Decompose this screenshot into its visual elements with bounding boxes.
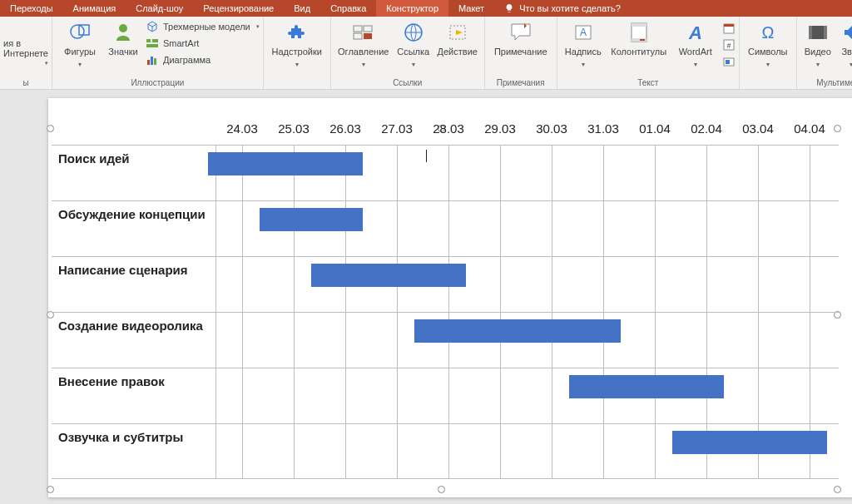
wordart-label: WordArt (679, 47, 712, 57)
omega-icon: Ω (755, 20, 780, 45)
textbox-label: Надпись (565, 47, 602, 57)
video-button[interactable]: Видео ▾ (800, 18, 835, 70)
slide[interactable]: 24.0325.0326.0327.0328.0329.0330.0331.03… (48, 98, 852, 497)
gantt-gridline (810, 201, 810, 256)
selection-handle[interactable] (47, 486, 54, 493)
svg-rect-5 (147, 60, 150, 65)
shapes-label: Фигуры (64, 47, 96, 57)
gantt-date: 01.04 (629, 121, 681, 145)
svg-rect-9 (364, 26, 372, 32)
gantt-chart[interactable]: 24.0325.0326.0327.0328.0329.0330.0331.03… (52, 121, 839, 479)
gantt-row: Создание видеоролика (52, 312, 839, 368)
icons-button[interactable]: Значки (104, 18, 142, 57)
gantt-gridline (242, 368, 243, 423)
tab-help[interactable]: Справка (320, 0, 376, 17)
smartart-button[interactable]: SmartArt (146, 37, 260, 50)
gantt-bar[interactable] (260, 208, 363, 231)
audio-label: Звук (841, 47, 852, 57)
audio-button[interactable]: Звук ▾ (835, 18, 852, 70)
icons-label: Значки (108, 47, 137, 57)
date-button[interactable] (722, 22, 736, 35)
comment-label: Примечание (494, 47, 547, 57)
zoom-label: Оглавление (338, 47, 389, 57)
tab-transitions[interactable]: Переходы (0, 0, 63, 17)
gantt-gridline (706, 313, 707, 368)
chevron-down-icon: ▾ (766, 59, 770, 70)
symbol-label: Символы (748, 47, 788, 57)
gantt-row: Озвучка и субтитры (52, 423, 839, 479)
shapes-button[interactable]: Фигуры ▾ (56, 18, 104, 70)
models-label: Трехмерные модели (163, 22, 250, 32)
tab-slideshow[interactable]: Слайд-шоу (126, 0, 193, 17)
gantt-bar[interactable] (208, 152, 363, 175)
cube-icon (146, 20, 159, 33)
gantt-bar[interactable] (414, 319, 621, 343)
gantt-gridline (397, 368, 398, 423)
action-button[interactable]: Действие (434, 18, 481, 57)
svg-rect-30 (824, 26, 827, 39)
slidenum-button[interactable]: # (722, 38, 736, 52)
selection-handle[interactable] (438, 486, 445, 493)
ribbon-group-truncated: ия в Интернете ▾ ы (0, 17, 52, 89)
symbol-button[interactable]: Ω Символы ▾ (743, 18, 793, 70)
gantt-gridline (758, 368, 759, 423)
tab-review[interactable]: Рецензирование (193, 0, 284, 17)
headerfooter-button[interactable]: Колонтитулы (606, 18, 672, 57)
tab-animations[interactable]: Анимация (63, 0, 126, 17)
group-label-comments: Примечания (488, 77, 553, 89)
zoom-button[interactable]: Оглавление ▾ (334, 18, 393, 70)
gantt-date: 03.04 (732, 121, 784, 145)
gantt-gridline (448, 424, 449, 478)
gantt-gridline (706, 146, 707, 200)
gantt-gridline (758, 257, 759, 312)
svg-text:Ω: Ω (761, 23, 774, 42)
tell-me-label: Что вы хотите сделать? (519, 3, 621, 13)
hash-icon: # (722, 38, 736, 52)
svg-text:A: A (580, 27, 587, 38)
comment-button[interactable]: Примечание (488, 18, 553, 57)
gantt-bar[interactable] (672, 431, 827, 454)
gantt-row: Обсуждение концепции (52, 200, 839, 256)
object-icon (722, 55, 736, 68)
svg-rect-8 (354, 26, 362, 32)
addins-label: Надстройки (272, 47, 322, 57)
link-button[interactable]: Ссылка ▾ (393, 18, 434, 70)
models-button[interactable]: Трехмерные модели ▾ (146, 20, 260, 33)
svg-rect-10 (354, 33, 362, 39)
gantt-date: 30.03 (526, 121, 577, 145)
textbox-button[interactable]: A Надпись ▾ (561, 18, 606, 70)
svg-rect-26 (726, 60, 730, 64)
gantt-date: 28.03 (423, 121, 474, 145)
gantt-gridline (552, 368, 552, 423)
addins-button[interactable]: Надстройки ▾ (267, 18, 327, 70)
gantt-bar[interactable] (569, 375, 724, 398)
smartart-label: SmartArt (163, 38, 199, 48)
chevron-down-icon: ▾ (295, 59, 299, 70)
tab-layout[interactable]: Макет (448, 0, 494, 17)
tab-view[interactable]: Вид (284, 0, 320, 17)
gantt-gridline (655, 424, 656, 478)
tab-design[interactable]: Конструктор (376, 0, 448, 17)
gantt-gridline (294, 313, 295, 368)
gantt-gridline (397, 201, 398, 256)
truncated-label[interactable]: ия в Интернете (3, 38, 48, 58)
gantt-gridline (810, 257, 810, 312)
ribbon-group-addins: Надстройки ▾ (264, 17, 331, 89)
object-button[interactable] (722, 55, 736, 68)
comment-icon (508, 20, 533, 45)
gantt-gridline (810, 368, 810, 423)
wordart-button[interactable]: A WordArt ▾ (672, 18, 719, 70)
ribbon-group-links: Оглавление ▾ Ссылка ▾ Действие Ссылки (331, 17, 485, 89)
group-label-trunc: ы (3, 77, 48, 89)
gantt-date: 26.03 (320, 121, 371, 145)
svg-rect-22 (724, 24, 734, 27)
chart-button[interactable]: Диаграмма (146, 53, 260, 67)
gantt-gridline (603, 257, 604, 312)
gantt-date: 02.04 (681, 121, 732, 145)
gantt-bar[interactable] (311, 264, 466, 287)
chevron-down-icon: ▾ (78, 59, 82, 70)
selection-handle[interactable] (834, 486, 841, 493)
gantt-gridline (603, 424, 604, 478)
tell-me-search[interactable]: Что вы хотите сделать? (494, 3, 631, 13)
svg-text:#: # (726, 42, 731, 50)
